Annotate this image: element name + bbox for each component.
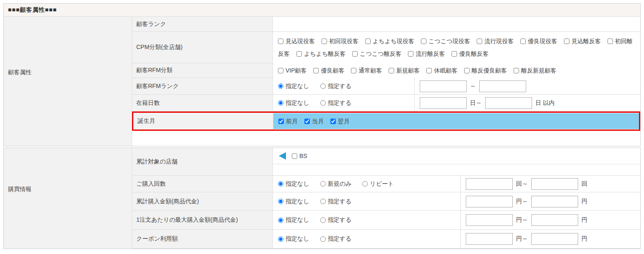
coupon-amount-max-input[interactable]	[531, 233, 578, 245]
shop-bs-checkbox[interactable]	[292, 153, 297, 159]
shop-bs-option[interactable]: BS	[292, 152, 307, 159]
radio-button[interactable]	[278, 181, 283, 187]
purchase-count-min-input[interactable]	[466, 178, 513, 190]
checkbox-option[interactable]: 離反優良顧客	[464, 67, 507, 73]
checkbox-option[interactable]: 休眠顧客	[426, 67, 457, 73]
radio-option[interactable]: 新規のみ	[320, 180, 352, 188]
radio-option[interactable]: 指定なし	[278, 83, 309, 90]
checkbox[interactable]	[278, 39, 283, 44]
checkbox-option[interactable]: 優良現役客	[520, 37, 557, 44]
radio-label: 指定なし	[286, 83, 309, 90]
radio-button[interactable]	[362, 181, 368, 187]
total-purchase-amount-max-input[interactable]	[531, 196, 578, 207]
row-cpm-category: CPM分類(全店舗) 見込現役客 初回現役客 よちよち現役客 こつこつ現役客 流…	[132, 32, 640, 63]
radio-button[interactable]	[320, 83, 326, 89]
radio-button[interactable]	[320, 236, 326, 242]
row-enrollment-days: 在籍日数 指定なし 指定する 日～ 日 以内	[132, 95, 640, 111]
checkbox-option[interactable]: 優良顧客	[313, 67, 344, 73]
checkbox[interactable]	[322, 39, 327, 44]
checkbox[interactable]	[351, 68, 356, 73]
field-label-birth-month: 誕生月	[133, 113, 273, 130]
checkbox[interactable]	[296, 51, 302, 57]
checkbox[interactable]	[408, 51, 413, 57]
radio-button[interactable]	[278, 236, 283, 242]
group-label-customer-attributes: 顧客属性	[4, 17, 132, 146]
coupon-amount-range: 円～ 円	[461, 233, 640, 245]
checkbox[interactable]	[421, 39, 426, 44]
radio-option[interactable]: 指定なし	[278, 235, 309, 243]
radio-button[interactable]	[320, 199, 326, 204]
purchase-count-radio-group: 指定なし 新規のみ リピート	[273, 176, 461, 192]
radio-option[interactable]: リピート	[362, 180, 394, 188]
checkbox-option[interactable]: 流行離反客	[408, 50, 445, 57]
checkbox-option[interactable]: 見込現役客	[278, 37, 315, 44]
radio-option[interactable]: 指定する	[320, 235, 352, 243]
enrollment-days-max-input[interactable]	[485, 97, 532, 109]
checkbox-option[interactable]: 流行現役客	[477, 37, 514, 44]
radio-button[interactable]	[320, 100, 326, 106]
radio-option[interactable]: 指定する	[320, 216, 352, 224]
checkbox-option[interactable]: 前月	[278, 117, 298, 124]
checkbox[interactable]	[389, 68, 394, 73]
checkbox[interactable]	[352, 51, 358, 57]
checkbox[interactable]	[365, 39, 371, 44]
checkbox-option[interactable]: VIP顧客	[278, 67, 307, 73]
rfm-rank-max-input[interactable]	[479, 80, 526, 92]
coupon-amount-min-input[interactable]	[466, 233, 513, 245]
rfm-rank-min-input[interactable]	[420, 80, 467, 92]
checkbox-option[interactable]: 優良離反客	[452, 50, 488, 57]
radio-option[interactable]: 指定なし	[278, 198, 309, 205]
radio-option[interactable]: 指定なし	[278, 99, 309, 107]
checkbox-option[interactable]: こつこつ現役客	[421, 37, 470, 44]
radio-label: 指定する	[328, 99, 352, 107]
radio-button[interactable]	[320, 218, 326, 223]
checkbox-option[interactable]: 当月	[304, 117, 324, 124]
radio-label: 指定する	[328, 198, 352, 205]
checkbox-label: 離反優良顧客	[472, 67, 507, 74]
checkbox-label: 優良現役客	[528, 38, 557, 44]
radio-button[interactable]	[278, 199, 283, 204]
checkbox[interactable]	[278, 68, 283, 73]
coupon-amount-radio-group: 指定なし 指定する	[273, 230, 461, 248]
checkbox-option[interactable]: 新規顧客	[389, 67, 420, 73]
checkbox-label: 見込離反客	[571, 38, 601, 44]
checkbox-option[interactable]: 初回現役客	[322, 37, 358, 44]
radio-button[interactable]	[278, 83, 283, 89]
checkbox-option[interactable]: 見込離反客	[564, 37, 601, 44]
max-order-amount-max-input[interactable]	[531, 214, 578, 226]
enrollment-days-min-input[interactable]	[420, 97, 467, 109]
max-order-amount-min-input[interactable]	[466, 214, 513, 226]
radio-button[interactable]	[278, 218, 283, 223]
customer-search-form: ■■■顧客属性■■■ 顧客属性 顧客ランク CPM分類(全店舗) 見込現役客 初…	[0, 0, 644, 254]
checkbox[interactable]	[426, 68, 432, 73]
radio-button[interactable]	[320, 181, 326, 187]
checkbox-option[interactable]: 翌月	[330, 117, 350, 124]
shop-selector-spacer	[273, 164, 640, 175]
checkbox-option[interactable]: よちよち離反客	[296, 50, 345, 57]
checkbox[interactable]	[452, 51, 457, 57]
radio-option[interactable]: 指定する	[320, 83, 352, 90]
checkbox[interactable]	[278, 119, 284, 124]
radio-option[interactable]: 指定なし	[278, 180, 309, 188]
checkbox-option[interactable]: こつこつ離反客	[352, 50, 401, 57]
checkbox-option[interactable]: よちよち現役客	[365, 37, 414, 44]
checkbox[interactable]	[464, 68, 470, 73]
checkbox[interactable]	[520, 39, 526, 44]
checkbox[interactable]	[313, 68, 319, 73]
checkbox[interactable]	[304, 119, 310, 124]
radio-button[interactable]	[278, 100, 283, 106]
checkbox[interactable]	[330, 119, 336, 124]
radio-option[interactable]: 指定なし	[278, 216, 309, 224]
checkbox[interactable]	[514, 68, 519, 73]
checkbox-option[interactable]: 離反新規顧客	[514, 67, 556, 73]
checkbox-option[interactable]: 通常顧客	[351, 67, 382, 73]
purchase-count-max-input[interactable]	[531, 178, 578, 190]
radio-option[interactable]: 指定する	[320, 99, 352, 107]
total-purchase-amount-min-input[interactable]	[466, 196, 513, 207]
field-label-customer-rank: 顧客ランク	[132, 17, 273, 31]
checkbox-label: 初回現役客	[329, 38, 358, 44]
radio-option[interactable]: 指定する	[320, 198, 352, 205]
checkbox[interactable]	[564, 39, 569, 44]
checkbox[interactable]	[477, 39, 482, 44]
checkbox[interactable]	[608, 39, 613, 44]
